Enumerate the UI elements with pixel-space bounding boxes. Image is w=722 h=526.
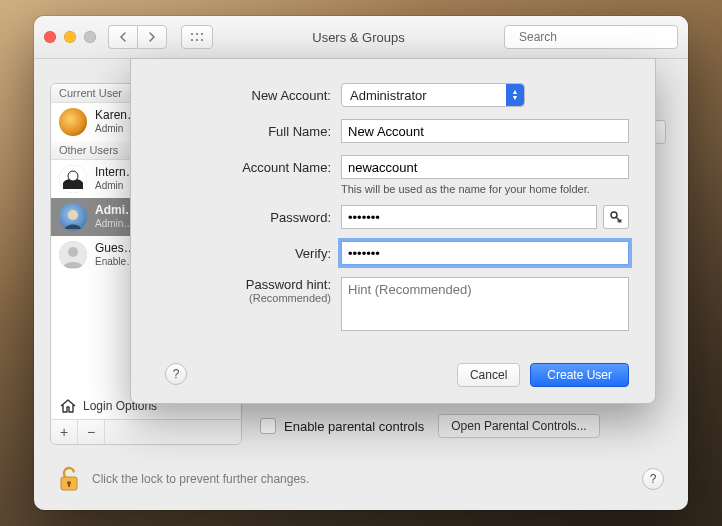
avatar xyxy=(59,241,87,269)
svg-rect-15 xyxy=(68,483,70,487)
enable-parental-controls-label: Enable parental controls xyxy=(284,419,424,434)
label-password: Password: xyxy=(131,210,341,225)
window-controls xyxy=(44,31,96,43)
svg-point-0 xyxy=(191,33,193,35)
desktop-background: Users & Groups ord… Current User Karen… … xyxy=(0,0,722,526)
password-hint-input[interactable] xyxy=(341,277,629,331)
minimize-window-button[interactable] xyxy=(64,31,76,43)
show-all-prefs-button[interactable] xyxy=(181,25,213,49)
password-input[interactable] xyxy=(341,205,597,229)
svg-point-9 xyxy=(68,171,78,181)
window-title: Users & Groups xyxy=(221,30,496,45)
label-new-account: New Account: xyxy=(131,88,341,103)
avatar xyxy=(59,165,87,193)
parental-controls-row: Enable parental controls Open Parental C… xyxy=(260,414,600,438)
home-icon xyxy=(59,398,77,414)
avatar xyxy=(59,203,87,231)
key-icon xyxy=(609,210,623,224)
label-verify: Verify: xyxy=(131,246,341,261)
label-password-hint-sub: (Recommended) xyxy=(131,292,331,304)
lock-hint-text: Click the lock to prevent further change… xyxy=(92,472,630,486)
zoom-window-button[interactable] xyxy=(84,31,96,43)
svg-point-3 xyxy=(191,39,193,41)
account-type-value: Administrator xyxy=(350,88,427,103)
verify-password-input[interactable] xyxy=(341,241,629,265)
label-full-name: Full Name: xyxy=(131,124,341,139)
sheet-help-button[interactable]: ? xyxy=(165,363,187,385)
question-mark-icon: ? xyxy=(173,367,180,381)
open-parental-controls-button[interactable]: Open Parental Controls... xyxy=(438,414,599,438)
label-password-hint: Password hint: (Recommended) xyxy=(131,277,341,304)
users-and-groups-window: Users & Groups ord… Current User Karen… … xyxy=(34,16,688,510)
forward-button[interactable] xyxy=(137,25,167,49)
window-titlebar: Users & Groups xyxy=(34,16,688,59)
svg-point-12 xyxy=(68,247,78,257)
new-account-form: New Account: Administrator ▲▼ Full Name:… xyxy=(131,83,629,343)
cancel-button-label: Cancel xyxy=(470,368,507,382)
account-name-input[interactable] xyxy=(341,155,629,179)
close-window-button[interactable] xyxy=(44,31,56,43)
row-password-hint: Password hint: (Recommended) xyxy=(131,277,629,331)
sheet-buttons: Cancel Create User xyxy=(457,363,629,387)
row-new-account: New Account: Administrator ▲▼ xyxy=(131,83,629,107)
new-account-sheet: New Account: Administrator ▲▼ Full Name:… xyxy=(130,58,656,404)
back-button[interactable] xyxy=(108,25,137,49)
add-user-button[interactable]: + xyxy=(51,420,78,444)
lock-row: Click the lock to prevent further change… xyxy=(58,466,664,492)
svg-point-6 xyxy=(511,37,512,38)
svg-point-10 xyxy=(68,210,78,220)
help-button[interactable]: ? xyxy=(642,468,664,490)
open-parental-controls-label: Open Parental Controls... xyxy=(451,419,586,433)
create-user-button-label: Create User xyxy=(547,368,612,382)
search-input[interactable] xyxy=(517,29,671,45)
search-field[interactable] xyxy=(504,25,678,49)
question-mark-icon: ? xyxy=(650,472,657,486)
row-password: Password: xyxy=(131,205,629,229)
full-name-input[interactable] xyxy=(341,119,629,143)
svg-point-5 xyxy=(201,39,203,41)
svg-point-1 xyxy=(196,33,198,35)
chevron-right-icon xyxy=(148,32,156,42)
password-assistant-button[interactable] xyxy=(603,205,629,229)
avatar xyxy=(59,108,87,136)
create-user-button[interactable]: Create User xyxy=(530,363,629,387)
grid-icon xyxy=(190,32,204,42)
select-stepper-icon: ▲▼ xyxy=(506,84,524,106)
search-icon xyxy=(511,31,512,43)
add-remove-bar: + − xyxy=(51,419,241,444)
svg-point-4 xyxy=(196,39,198,41)
cancel-button[interactable]: Cancel xyxy=(457,363,520,387)
account-name-note: This will be used as the name for your h… xyxy=(341,183,629,195)
label-account-name: Account Name: xyxy=(131,160,341,175)
unlocked-padlock-icon[interactable] xyxy=(58,466,80,492)
row-verify: Verify: xyxy=(131,241,629,265)
remove-user-button[interactable]: − xyxy=(78,420,105,444)
nav-back-forward xyxy=(108,25,167,49)
svg-point-2 xyxy=(201,33,203,35)
row-full-name: Full Name: xyxy=(131,119,629,143)
row-account-name: Account Name: xyxy=(131,155,629,179)
enable-parental-controls-checkbox[interactable] xyxy=(260,418,276,434)
account-type-select[interactable]: Administrator ▲▼ xyxy=(341,83,525,107)
label-password-hint-text: Password hint: xyxy=(246,277,331,292)
chevron-left-icon xyxy=(119,32,127,42)
